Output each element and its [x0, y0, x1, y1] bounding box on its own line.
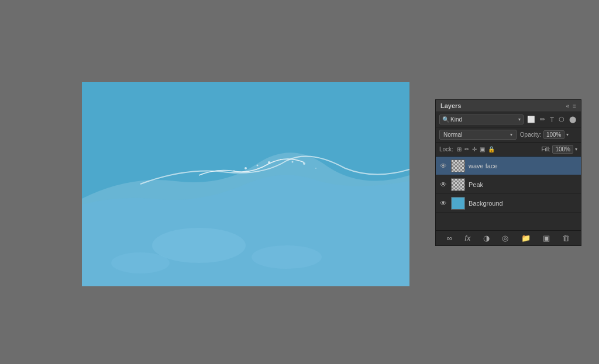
collapse-button[interactable]: « — [566, 103, 570, 109]
layers-list: 👁 wave face 👁 Peak 👁 Background — [436, 157, 581, 213]
filter-circle-icon[interactable]: ⬤ — [568, 115, 577, 124]
opacity-arrow: ▾ — [566, 132, 569, 137]
svg-point-9 — [233, 170, 235, 171]
layer-name-background: Background — [469, 200, 577, 207]
kind-dropdown[interactable]: 🔍 Kind ▾ — [439, 115, 524, 124]
svg-point-11 — [315, 168, 316, 169]
layer-row-peak[interactable]: 👁 Peak — [436, 175, 581, 194]
layer-row-wave-face[interactable]: 👁 wave face — [436, 157, 581, 175]
new-fill-adjustment-icon[interactable]: ◎ — [502, 234, 508, 242]
layer-eye-background[interactable]: 👁 — [439, 199, 447, 207]
fill-label: Fill: — [541, 146, 550, 152]
svg-point-1 — [152, 228, 246, 263]
filter-image-icon[interactable]: ⬜ — [526, 115, 536, 124]
lock-pixels-icon[interactable]: ⊞ — [457, 146, 462, 152]
lock-position-icon[interactable]: ✛ — [472, 146, 477, 152]
svg-point-2 — [252, 245, 322, 269]
fill-arrow: ▾ — [575, 147, 577, 152]
delete-layer-icon[interactable]: 🗑 — [562, 234, 570, 242]
lock-label: Lock: — [439, 146, 453, 152]
panel-search-row: 🔍 Kind ▾ ⬜ ✏ T ⬡ ⬤ — [436, 112, 581, 127]
add-mask-icon[interactable]: ◑ — [483, 234, 490, 242]
svg-point-5 — [257, 165, 259, 167]
blend-mode-arrow: ▾ — [510, 132, 512, 137]
panel-titlebar: Layers « ≡ — [436, 100, 581, 112]
filter-icons: ⬜ ✏ T ⬡ ⬤ — [526, 115, 577, 124]
panel-title-controls: « ≡ — [566, 103, 576, 109]
svg-point-8 — [292, 161, 294, 163]
filter-brush-icon[interactable]: ✏ — [539, 115, 546, 124]
panel-menu-button[interactable]: ≡ — [573, 103, 576, 109]
opacity-value[interactable]: 100% — [543, 130, 564, 139]
panel-bottom-toolbar: ∞ fx ◑ ◎ 📁 ▣ 🗑 — [436, 230, 581, 245]
layer-name-peak: Peak — [469, 181, 577, 188]
fill-value[interactable]: 100% — [552, 145, 573, 154]
kind-label: Kind — [450, 116, 517, 123]
filter-text-icon[interactable]: T — [549, 116, 555, 124]
filter-shape-icon[interactable]: ⬡ — [557, 115, 566, 124]
svg-point-3 — [111, 252, 170, 273]
layer-thumb-background — [451, 197, 465, 210]
fx-icon[interactable]: fx — [464, 234, 470, 242]
lock-artboard-icon[interactable]: ▣ — [480, 146, 485, 152]
svg-point-10 — [303, 162, 305, 165]
canvas — [82, 82, 409, 286]
search-icon: 🔍 — [442, 116, 449, 123]
kind-dropdown-arrow: ▾ — [518, 117, 521, 122]
layers-panel: Layers « ≡ 🔍 Kind ▾ ⬜ ✏ T ⬡ ⬤ Normal ▾ O… — [435, 99, 581, 246]
layer-eye-wave-face[interactable]: 👁 — [439, 162, 447, 170]
panel-title: Layers — [440, 102, 461, 109]
new-layer-icon[interactable]: ▣ — [543, 234, 550, 242]
layer-thumb-wave-face — [451, 160, 465, 172]
lock-all-icon[interactable]: 🔒 — [488, 146, 495, 152]
layer-row-background[interactable]: 👁 Background — [436, 194, 581, 213]
svg-point-7 — [280, 159, 281, 160]
svg-point-4 — [245, 167, 247, 169]
link-layers-icon[interactable]: ∞ — [447, 234, 452, 242]
svg-point-6 — [268, 161, 270, 164]
lock-brush-icon[interactable]: ✏ — [464, 146, 469, 152]
layer-eye-peak[interactable]: 👁 — [439, 181, 447, 189]
blend-opacity-row: Normal ▾ Opacity: 100% ▾ — [436, 127, 581, 143]
new-group-icon[interactable]: 📁 — [521, 234, 531, 242]
lock-icons-group: ⊞ ✏ ✛ ▣ 🔒 — [457, 146, 538, 152]
blend-mode-label: Normal — [443, 131, 508, 138]
layers-spacer — [436, 213, 581, 230]
layer-thumb-peak — [451, 178, 465, 191]
layer-name-wave-face: wave face — [469, 162, 577, 169]
blend-mode-dropdown[interactable]: Normal ▾ — [439, 130, 517, 140]
lock-row: Lock: ⊞ ✏ ✛ ▣ 🔒 Fill: 100% ▾ — [436, 143, 581, 157]
opacity-label: Opacity: — [520, 131, 542, 138]
opacity-group: Opacity: 100% ▾ — [520, 130, 577, 139]
fill-group: Fill: 100% ▾ — [541, 145, 577, 154]
